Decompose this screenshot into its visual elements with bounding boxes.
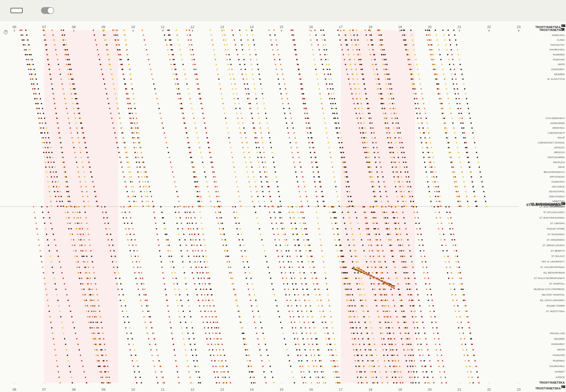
header (0, 0, 566, 21)
bus-selector[interactable] (11, 8, 23, 13)
chart-area: ⏰ (0, 21, 566, 392)
evening-toggle-container (38, 7, 54, 14)
evening-toggle-switch[interactable] (41, 7, 54, 14)
main-chart-canvas (0, 21, 566, 392)
